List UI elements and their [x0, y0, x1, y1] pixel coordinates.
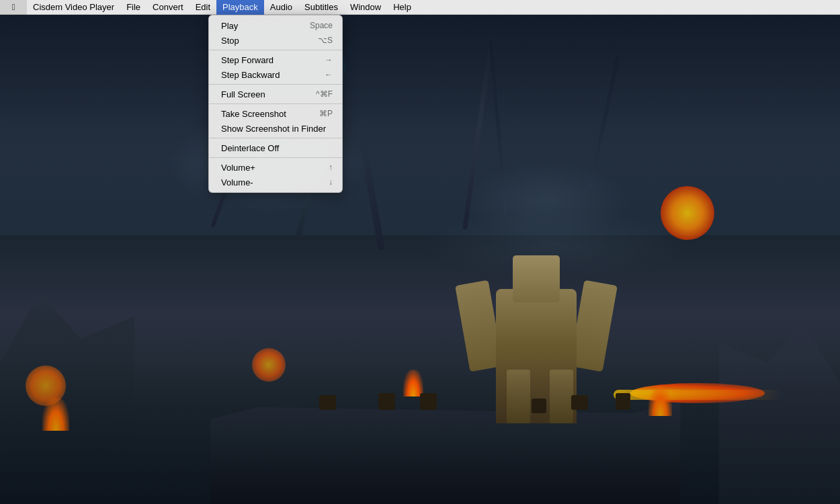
- menu-play-label: Play: [221, 21, 238, 31]
- menu-bar:  Cisdem Video Player File Convert Edit …: [0, 0, 840, 15]
- menu-item-subtitles[interactable]: Subtitles: [298, 0, 344, 15]
- menu-volume-up-shortcut: ↑: [329, 163, 333, 172]
- menu-item-convert[interactable]: Convert: [146, 0, 190, 15]
- menu-separator-3: [209, 103, 342, 104]
- menu-item-help[interactable]: Help: [387, 0, 417, 15]
- menu-step-backward-label: Step Backward: [221, 70, 280, 80]
- menu-step-forward-shortcut: →: [325, 55, 333, 65]
- menu-item-file[interactable]: File: [120, 0, 146, 15]
- vignette-overlay: [0, 15, 840, 504]
- menu-item-playback[interactable]: Playback: [216, 0, 264, 15]
- menu-play[interactable]: Play Space: [209, 18, 342, 33]
- menu-volume-down-label: Volume-: [221, 177, 253, 187]
- menu-deinterlace[interactable]: Deinterlace Off: [209, 140, 342, 155]
- menu-item-audio[interactable]: Audio: [264, 0, 298, 15]
- menu-separator-4: [209, 138, 342, 138]
- menu-full-screen-label: Full Screen: [221, 89, 265, 99]
- menu-show-screenshot-label: Show Screenshot in Finder: [221, 124, 326, 134]
- menu-take-screenshot[interactable]: Take Screenshot ⌘P: [209, 106, 342, 121]
- menu-step-backward[interactable]: Step Backward ←: [209, 67, 342, 82]
- menu-stop-shortcut: ⌥S: [318, 36, 333, 45]
- menu-separator-1: [209, 50, 342, 50]
- menu-step-backward-shortcut: ←: [325, 70, 333, 79]
- menu-step-forward-label: Step Forward: [221, 55, 274, 65]
- menu-show-screenshot[interactable]: Show Screenshot in Finder: [209, 121, 342, 136]
- menu-play-shortcut: Space: [310, 21, 333, 30]
- menu-full-screen[interactable]: Full Screen ^⌘F: [209, 87, 342, 101]
- menu-take-screenshot-label: Take Screenshot: [221, 109, 286, 119]
- menu-volume-down[interactable]: Volume- ↓: [209, 175, 342, 190]
- menu-item-edit[interactable]: Edit: [190, 0, 216, 15]
- playback-dropdown-menu: Play Space Stop ⌥S Step Forward → Step B…: [208, 15, 343, 193]
- menu-deinterlace-label: Deinterlace Off: [221, 143, 279, 153]
- menu-stop[interactable]: Stop ⌥S: [209, 33, 342, 48]
- menu-item-window[interactable]: Window: [344, 0, 387, 15]
- video-player: [0, 15, 840, 504]
- apple-menu[interactable]: : [0, 0, 27, 15]
- menu-stop-label: Stop: [221, 36, 239, 46]
- menu-full-screen-shortcut: ^⌘F: [316, 89, 333, 99]
- menu-item-cisdem[interactable]: Cisdem Video Player: [27, 0, 120, 15]
- menu-take-screenshot-shortcut: ⌘P: [319, 109, 333, 118]
- menu-separator-5: [209, 157, 342, 158]
- menu-volume-down-shortcut: ↓: [329, 177, 333, 187]
- menu-step-forward[interactable]: Step Forward →: [209, 52, 342, 67]
- menu-volume-up[interactable]: Volume+ ↑: [209, 160, 342, 175]
- menu-volume-up-label: Volume+: [221, 163, 255, 173]
- menu-separator-2: [209, 84, 342, 85]
